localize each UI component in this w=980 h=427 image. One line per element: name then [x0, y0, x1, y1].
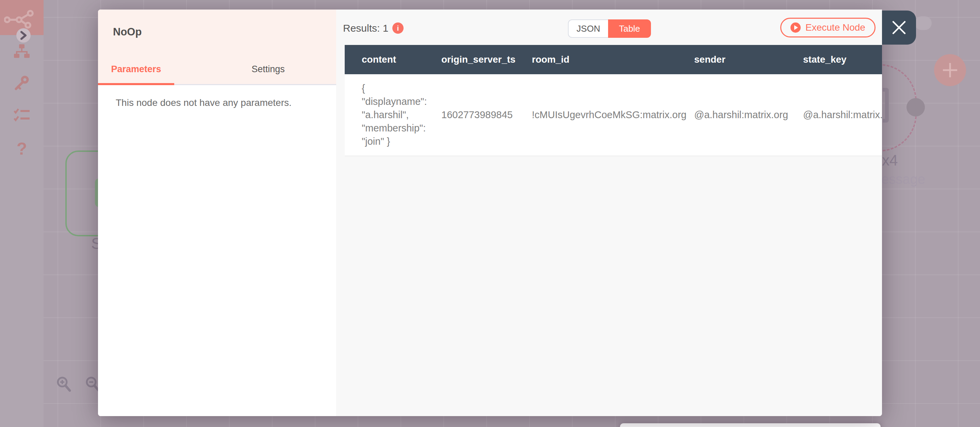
cell-content: { "displayname": "a.harshil", "membershi…	[345, 74, 424, 156]
info-icon[interactable]: i	[392, 22, 404, 34]
executions-list-icon	[14, 108, 30, 122]
zoom-in-button[interactable]	[56, 376, 72, 393]
panel-header: NoOp Parameters Settings	[98, 10, 336, 84]
view-toggle: JSON Table	[568, 19, 651, 38]
tab-settings[interactable]: Settings	[200, 64, 336, 75]
sidebar-collapse-button[interactable]	[16, 28, 30, 43]
column-header-sender: sender	[677, 45, 786, 74]
zoom-in-icon	[56, 376, 72, 393]
sidebar-item-executions[interactable]	[0, 108, 43, 122]
cell-room-id: !cMUIsUgevrhCoeMkSG:matrix.org	[515, 74, 677, 156]
close-modal-button[interactable]	[882, 11, 916, 45]
node-name-caption: x4	[882, 152, 898, 169]
play-icon	[791, 22, 801, 33]
results-table: content origin_server_ts room_id sender …	[345, 45, 882, 156]
header-divider	[174, 84, 336, 85]
node-subtitle-caption: essage	[881, 172, 925, 187]
node-details-modal: NoOp Parameters Settings This node does …	[98, 10, 882, 416]
execute-node-button[interactable]: Execute Node	[780, 18, 875, 37]
sidebar-item-workflows[interactable]	[0, 44, 43, 59]
cell-origin-server-ts: 1602773989845	[424, 74, 515, 156]
sidebar-item-help[interactable]: ?	[0, 139, 43, 159]
sidebar-item-credentials[interactable]	[0, 76, 43, 91]
cell-sender: @a.harshil:matrix.org	[677, 74, 786, 156]
toggle-table-button[interactable]: Table	[608, 19, 651, 38]
app-screen: S x4 essage	[0, 0, 980, 427]
table-row: { "displayname": "a.harshil", "membershi…	[345, 74, 882, 156]
results-panel: Results: 1 i JSON Table Execute Node	[336, 10, 882, 416]
plus-icon	[942, 62, 958, 78]
collapse-chevron-icon	[20, 31, 27, 40]
column-header-content: content	[345, 45, 424, 74]
results-count-label: Results: 1	[343, 22, 388, 34]
help-question-icon: ?	[17, 139, 27, 159]
n8n-logo-icon	[4, 10, 40, 30]
add-node-button[interactable]	[934, 54, 966, 86]
column-header-room-id: room_id	[515, 45, 677, 74]
tab-parameters[interactable]: Parameters	[98, 64, 174, 75]
node-output-endpoint[interactable]	[907, 98, 925, 116]
column-header-origin-server-ts: origin_server_ts	[424, 45, 515, 74]
close-x-icon	[892, 21, 906, 34]
workflow-active-toggle[interactable]	[915, 16, 932, 30]
no-parameters-message: This node does not have any parameters.	[116, 97, 292, 108]
node-title: NoOp	[113, 26, 142, 38]
workflow-icon	[14, 44, 30, 59]
active-tab-underline	[98, 83, 174, 85]
table-header-row: content origin_server_ts room_id sender …	[345, 45, 882, 74]
bottom-popup-panel	[620, 423, 881, 427]
app-sidebar: ?	[0, 0, 43, 427]
execute-node-label: Execute Node	[805, 22, 865, 33]
cell-state-key: @a.harshil:matrix.org	[786, 74, 882, 156]
toggle-json-button[interactable]: JSON	[568, 19, 608, 38]
credentials-key-icon	[14, 76, 29, 91]
column-header-state-key: state_key	[786, 45, 882, 74]
node-settings-panel: NoOp Parameters Settings This node does …	[98, 10, 336, 416]
node-bracket-icon	[883, 88, 889, 123]
